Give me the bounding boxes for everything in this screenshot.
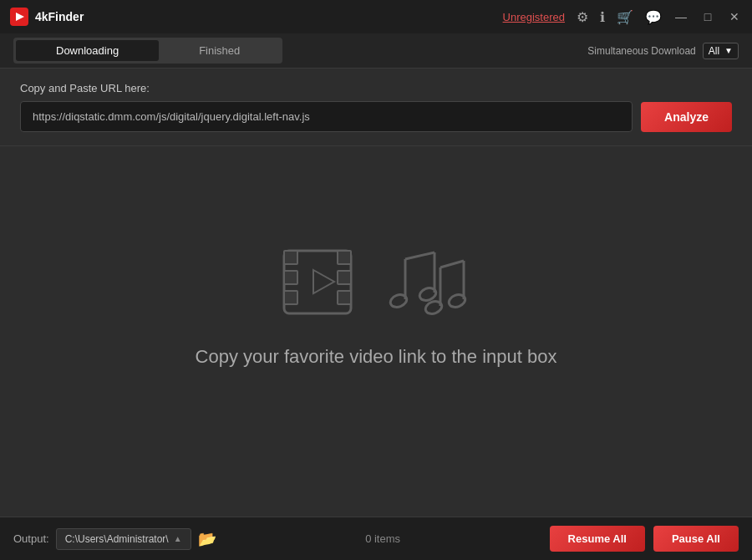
unregistered-link[interactable]: Unregistered: [503, 11, 565, 23]
tab-bar: Downloading Finished Simultaneous Downlo…: [0, 33, 752, 69]
svg-line-11: [405, 252, 434, 259]
simultaneous-value: All: [709, 45, 719, 57]
info-icon[interactable]: ℹ: [600, 9, 605, 25]
tabs-container: Downloading Finished: [13, 38, 282, 64]
app-logo-icon: [10, 8, 28, 26]
bottom-bar: Output: C:\Users\Administrator\ ▲ 📂 0 it…: [0, 517, 752, 560]
dropdown-arrow-icon: ▼: [724, 46, 733, 55]
url-input[interactable]: [20, 101, 633, 132]
svg-rect-6: [338, 251, 351, 264]
tab-finished[interactable]: Finished: [159, 40, 280, 61]
chat-icon[interactable]: 💬: [645, 9, 662, 25]
svg-point-13: [389, 293, 409, 309]
resume-all-button[interactable]: Resume All: [550, 526, 645, 552]
svg-rect-8: [338, 291, 351, 304]
simultaneous-row: Simultaneous Download All ▼: [587, 43, 739, 59]
items-count: 0 items: [365, 532, 400, 545]
analyze-button[interactable]: Analyze: [641, 102, 732, 132]
empty-state-text: Copy your favorite video link to the inp…: [196, 346, 557, 368]
url-row: Analyze: [20, 101, 732, 132]
simultaneous-select[interactable]: All ▼: [703, 43, 739, 59]
svg-rect-7: [338, 271, 351, 284]
empty-state: Copy your favorite video link to the inp…: [0, 146, 752, 464]
svg-marker-9: [313, 270, 334, 293]
tab-downloading[interactable]: Downloading: [16, 40, 159, 61]
open-folder-button[interactable]: 📂: [198, 530, 216, 548]
bottom-buttons: Resume All Pause All: [550, 526, 739, 552]
settings-icon[interactable]: ⚙: [577, 9, 588, 25]
minimize-button[interactable]: —: [673, 10, 688, 23]
title-right: Unregistered ⚙ ℹ 🛒 💬 — □ ✕: [503, 9, 742, 25]
output-arrow-icon: ▲: [174, 534, 182, 543]
cart-icon[interactable]: 🛒: [617, 9, 633, 25]
svg-point-14: [418, 286, 438, 303]
svg-rect-3: [284, 251, 297, 264]
pause-all-button[interactable]: Pause All: [653, 526, 739, 552]
output-path-box[interactable]: C:\Users\Administrator\ ▲: [56, 528, 191, 550]
app-title: 4kFinder: [35, 10, 84, 23]
title-bar: 4kFinder Unregistered ⚙ ℹ 🛒 💬 — □ ✕: [0, 0, 752, 33]
film-icon: [280, 242, 372, 326]
svg-line-16: [440, 261, 464, 267]
output-section: Output: C:\Users\Administrator\ ▲ 📂: [13, 528, 216, 550]
close-button[interactable]: ✕: [727, 10, 742, 23]
empty-icons: [280, 242, 472, 326]
url-label: Copy and Paste URL here:: [20, 82, 732, 94]
svg-point-18: [424, 299, 444, 316]
simultaneous-label: Simultaneous Download: [587, 45, 695, 57]
output-path-text: C:\Users\Administrator\: [65, 533, 169, 545]
svg-point-19: [447, 293, 467, 309]
output-label: Output:: [13, 532, 49, 545]
url-section: Copy and Paste URL here: Analyze: [0, 69, 752, 146]
svg-rect-5: [284, 291, 297, 304]
maximize-button[interactable]: □: [700, 10, 715, 23]
title-left: 4kFinder: [10, 8, 84, 26]
music-icon: [389, 242, 472, 326]
svg-rect-4: [284, 271, 297, 284]
